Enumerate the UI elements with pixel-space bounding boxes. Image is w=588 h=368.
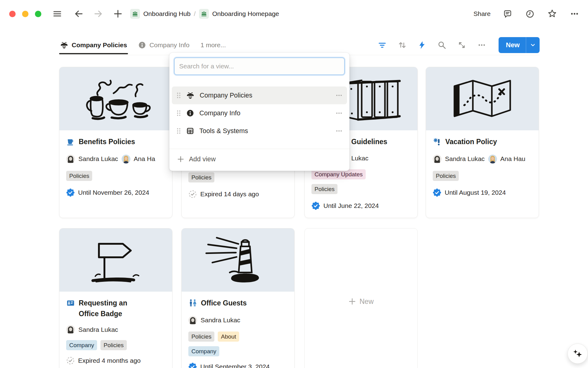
card-status: Until September 3, 2024 <box>188 362 288 368</box>
table-icon <box>186 127 194 135</box>
bee-icon <box>60 41 68 49</box>
status-text: Expired 4 months ago <box>78 357 141 364</box>
expand-view-icon[interactable] <box>456 40 467 51</box>
new-card-inner: New <box>349 297 374 306</box>
card-benefits-policies[interactable]: Benefits Policies Sandra Lukac Ana Ha Po… <box>59 67 172 218</box>
sparkles-icon <box>572 348 583 359</box>
card-office-guests[interactable]: Office Guests Sandra Lukac Policies Abou… <box>181 228 295 368</box>
new-button-chevron-icon[interactable] <box>526 37 540 53</box>
signpost-illustration <box>59 228 172 292</box>
people-group-icon <box>199 9 209 19</box>
more-options-icon[interactable] <box>569 8 580 19</box>
avatar <box>188 316 197 325</box>
avatar <box>66 155 75 163</box>
card-content: Office Guests Sandra Lukac Policies Abou… <box>182 292 294 368</box>
avatar <box>122 155 130 163</box>
history-clock-icon[interactable] <box>524 8 535 19</box>
breadcrumb-root-label: Onboarding Hub <box>143 10 190 17</box>
view-menu-item-company-policies[interactable]: Company Policies <box>172 86 347 104</box>
card-title: Guidelines <box>351 136 387 147</box>
add-view-label: Add view <box>189 155 216 163</box>
breadcrumb-root[interactable]: Onboarding Hub <box>130 9 190 19</box>
verified-badge-icon <box>66 188 75 197</box>
card-status: Expired 4 months ago <box>66 356 165 365</box>
card-tags: Policies <box>188 172 288 182</box>
info-icon <box>186 109 194 117</box>
view-item-options-icon[interactable] <box>336 128 342 134</box>
favorite-star-icon[interactable] <box>547 8 558 19</box>
avatar <box>66 325 75 334</box>
view-item-options-icon[interactable] <box>336 92 342 99</box>
share-button[interactable]: Share <box>473 10 491 17</box>
view-options-icon[interactable] <box>476 40 487 51</box>
card-people: Sandra Lukac <box>66 325 165 334</box>
tab-company-info[interactable]: Company Info <box>138 41 190 49</box>
card-title: Requesting an Office Badge <box>79 298 127 319</box>
card-title: Office Guests <box>201 298 247 309</box>
breadcrumb-separator: / <box>194 10 196 17</box>
search-icon[interactable] <box>436 40 447 51</box>
lighthouse-illustration <box>182 228 294 292</box>
vacation-sun-icon <box>433 137 442 146</box>
card-tags: Company <box>188 346 288 356</box>
drag-handle-icon[interactable] <box>176 128 181 134</box>
person-name: Sandra Lukac <box>445 155 485 163</box>
new-card-button[interactable]: New <box>304 228 418 368</box>
view-search-input[interactable] <box>174 58 345 75</box>
view-tab-bar: Company Policies Company Info 1 more... <box>60 35 540 55</box>
breadcrumb-current[interactable]: Onboarding Homepage <box>199 9 279 19</box>
new-button[interactable]: New <box>499 37 526 53</box>
view-tabs: Company Policies Company Info <box>60 41 190 49</box>
close-window-button[interactable] <box>9 11 16 17</box>
status-text: Until September 3, 2024 <box>200 363 270 368</box>
verified-badge-icon <box>433 188 441 197</box>
card-title-row: Benefits Policies <box>66 136 165 147</box>
new-page-plus-icon[interactable] <box>112 8 123 19</box>
add-view-button[interactable]: Add view <box>169 151 349 167</box>
expired-check-icon <box>66 356 75 365</box>
zoom-window-button[interactable] <box>35 11 41 17</box>
avatar <box>488 155 497 163</box>
forward-icon[interactable] <box>93 8 104 19</box>
view-item-label: Company Info <box>199 109 330 117</box>
status-text: Until August 19, 2024 <box>445 189 506 196</box>
back-icon[interactable] <box>73 8 84 19</box>
card-title: Vacation Policy <box>445 136 497 147</box>
info-icon <box>138 41 146 49</box>
view-item-label: Company Policies <box>200 92 330 99</box>
comments-icon[interactable] <box>502 8 513 19</box>
view-toolbar: New <box>377 37 540 53</box>
status-text: Until June 22, 2024 <box>323 202 379 209</box>
card-requesting-office-badge[interactable]: Requesting an Office Badge Sandra Lukac … <box>59 228 172 368</box>
person-name: Sandra Lukac <box>201 316 240 324</box>
tag-policies: Policies <box>188 332 214 342</box>
view-menu-item-tools-systems[interactable]: Tools & Systems <box>172 122 347 140</box>
bee-icon <box>186 91 194 100</box>
tag-about: About <box>218 332 239 342</box>
tag-policies: Policies <box>100 340 126 350</box>
view-item-options-icon[interactable] <box>336 110 342 117</box>
drag-handle-icon[interactable] <box>176 92 181 99</box>
more-views-link[interactable]: 1 more... <box>201 41 226 49</box>
automations-lightning-icon[interactable] <box>417 40 428 51</box>
view-menu-item-company-info[interactable]: Company Info <box>172 104 347 122</box>
tab-company-policies[interactable]: Company Policies <box>60 41 127 49</box>
sidebar-menu-icon[interactable] <box>52 8 63 19</box>
tab-label: Company Info <box>149 41 190 49</box>
card-status: Until June 22, 2024 <box>311 201 411 210</box>
menu-divider <box>169 149 349 149</box>
view-list: Company Policies Company Info <box>172 86 347 140</box>
avatar <box>433 155 442 163</box>
sort-icon[interactable] <box>397 40 408 51</box>
card-title-row: Requesting an Office Badge <box>66 298 165 319</box>
expired-check-icon <box>188 190 197 198</box>
person-name: Ana Hau <box>500 155 526 163</box>
card-vacation-policy[interactable]: Vacation Policy Sandra Lukac Ana Hau Pol… <box>426 67 539 218</box>
titlebar-actions: Share <box>473 8 580 19</box>
drag-handle-icon[interactable] <box>176 110 181 117</box>
minimize-window-button[interactable] <box>22 11 28 17</box>
notion-window: Onboarding Hub / Onboarding Homepage Sha… <box>0 0 588 368</box>
ai-assistant-button[interactable] <box>567 343 588 364</box>
view-item-label: Tools & Systems <box>199 127 330 135</box>
filter-icon[interactable] <box>377 40 388 51</box>
